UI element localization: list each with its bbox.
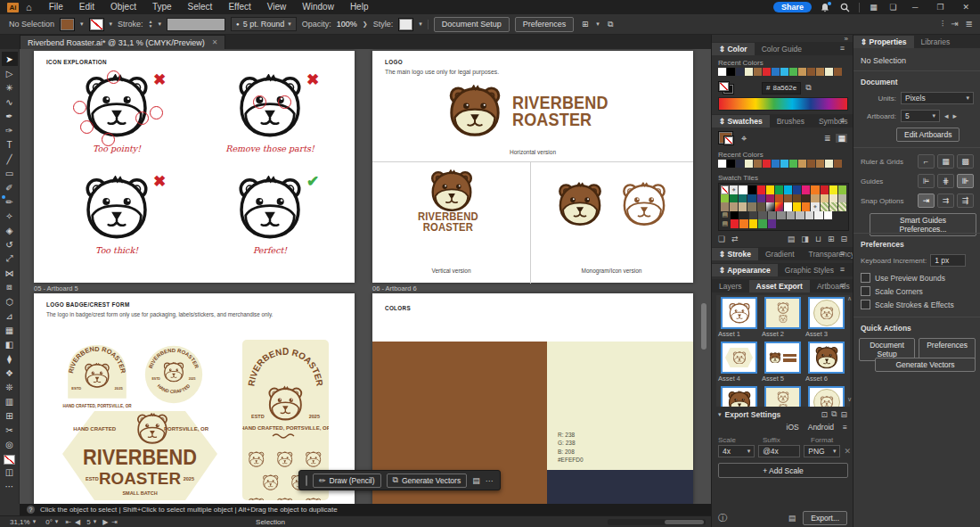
tool-eraser-icon[interactable]: ◈ xyxy=(2,223,18,237)
new-folder-icon[interactable]: ⊔ xyxy=(815,235,821,243)
swatch[interactable] xyxy=(784,194,792,203)
swatch[interactable] xyxy=(780,160,788,168)
snap-icon[interactable]: ⇥ xyxy=(951,19,958,29)
swatch[interactable] xyxy=(772,68,780,76)
swatch[interactable] xyxy=(757,202,765,211)
asset-item[interactable]: Asset 1 xyxy=(718,297,760,338)
swatch[interactable] xyxy=(721,185,729,194)
new-color-group-icon[interactable]: ▤ xyxy=(788,235,796,243)
next-artboard-icon[interactable]: ▶ xyxy=(102,518,108,526)
first-artboard-icon[interactable]: ⇤ xyxy=(65,518,71,526)
tool-free-transform-icon[interactable]: ⧈ xyxy=(2,280,18,294)
artboard-select[interactable]: 5▾ xyxy=(901,110,940,122)
swatch[interactable] xyxy=(777,211,786,220)
tool-width-icon[interactable]: ⋈ xyxy=(2,266,18,280)
bear-sketch[interactable] xyxy=(235,176,305,240)
swatch[interactable] xyxy=(802,185,810,194)
checkbox-scale-corners[interactable] xyxy=(861,286,870,296)
swatch[interactable] xyxy=(829,194,837,203)
opacity-expand-icon[interactable]: ❯ xyxy=(363,21,368,28)
swatch[interactable] xyxy=(757,194,765,203)
android-preset-link[interactable]: Android xyxy=(808,423,834,432)
tool-eyedropper-icon[interactable]: ⧫ xyxy=(2,351,18,366)
swatch[interactable] xyxy=(758,211,767,220)
swatch[interactable] xyxy=(793,202,801,211)
snap-to-pixel-icon[interactable]: ⇥ xyxy=(918,194,935,208)
swatch-group-folder-icon[interactable]: ▤ xyxy=(721,219,730,228)
tool-curvature-icon[interactable]: ✑ xyxy=(2,123,18,137)
swatch[interactable] xyxy=(766,202,774,211)
tab-brushes[interactable]: Brushes xyxy=(770,115,812,128)
swatch[interactable] xyxy=(718,68,726,76)
tab-color[interactable]: ⇕ Color xyxy=(712,43,755,55)
list-view-icon[interactable]: ≣ xyxy=(824,134,831,143)
tab-color-guide[interactable]: Color Guide xyxy=(755,43,809,55)
asset-item[interactable]: Asset 4 xyxy=(718,342,760,383)
swatch[interactable] xyxy=(834,68,842,76)
icon-sketch-4[interactable]: ✔ Perfect! xyxy=(203,176,337,270)
snap-to-glyph-icon[interactable]: ⇶ xyxy=(957,194,974,208)
tool-blend-icon[interactable]: ❖ xyxy=(2,366,18,380)
logo-vertical-cell[interactable]: RIVERBEND ROASTER Vertical version xyxy=(372,162,531,284)
swatch[interactable] xyxy=(721,194,729,203)
next-artboard-button[interactable]: ▸ xyxy=(953,111,958,120)
image-settings-icon[interactable]: ▤ xyxy=(472,476,480,485)
units-select[interactable]: Pixels▾ xyxy=(901,92,974,104)
registration-icon[interactable]: ⌖ xyxy=(741,133,747,144)
menu-effect[interactable]: Effect xyxy=(220,0,258,14)
swatch[interactable] xyxy=(754,68,762,76)
asset-thumb[interactable] xyxy=(808,342,845,374)
lock-guides-icon[interactable]: ⋕ xyxy=(937,174,954,188)
swatch[interactable] xyxy=(825,68,833,76)
swatch[interactable] xyxy=(793,185,801,194)
asset-item[interactable]: Asset 3 xyxy=(805,297,847,338)
bear-sketch[interactable] xyxy=(82,176,151,240)
menu-file[interactable]: File xyxy=(41,0,71,14)
tool-rotate-icon[interactable]: ↺ xyxy=(2,237,18,251)
tool-direct-selection-icon[interactable]: ▷ xyxy=(2,66,18,80)
grid-view-icon[interactable]: ▦ xyxy=(836,134,847,143)
tool-paintbrush-icon[interactable]: ✐ xyxy=(2,180,18,194)
close-document-icon[interactable]: ✕ xyxy=(212,38,218,46)
transparency-grid-icon[interactable]: ▩ xyxy=(957,154,974,169)
swatch-themes-icon[interactable]: ⇄ xyxy=(731,235,739,243)
swatch[interactable] xyxy=(748,185,756,194)
tool-line-segment-icon[interactable]: ╱ xyxy=(2,152,18,166)
launch-icon[interactable]: ⊡ xyxy=(821,410,828,419)
swatch[interactable] xyxy=(816,160,824,168)
show-kinds-icon[interactable]: ◨ xyxy=(801,235,809,243)
isolate-icon[interactable]: ⧉ xyxy=(605,19,617,30)
stroke-weight-stepper[interactable]: ▲▼ xyxy=(149,20,153,29)
asset-thumb[interactable] xyxy=(721,342,757,374)
swatch-libraries-icon[interactable]: ❏ xyxy=(718,235,725,243)
ios-preset-link[interactable]: iOS xyxy=(787,423,799,432)
tab-properties[interactable]: ⇕ Properties xyxy=(853,36,914,48)
swatch[interactable] xyxy=(745,160,753,168)
format-select[interactable]: PNG▾ xyxy=(804,445,840,457)
bear-sketch[interactable] xyxy=(235,74,305,138)
style-chip[interactable] xyxy=(398,18,413,31)
appearance-panel-menu-icon[interactable]: ≡ xyxy=(840,265,849,274)
minimize-button[interactable]: ─ xyxy=(907,3,923,12)
tool-graph-icon[interactable]: ▥ xyxy=(2,394,18,408)
swatch[interactable] xyxy=(739,202,747,211)
tab-layers[interactable]: Layers xyxy=(712,280,749,292)
tab-asset-export[interactable]: Asset Export xyxy=(749,280,810,292)
color-swatch-navy[interactable] xyxy=(547,470,693,504)
swatch[interactable] xyxy=(775,202,783,211)
asset-thumb[interactable] xyxy=(808,297,845,329)
swatch[interactable] xyxy=(821,194,829,203)
asset-item[interactable] xyxy=(762,386,804,407)
tab-libraries[interactable]: Libraries xyxy=(914,36,958,48)
swatch[interactable] xyxy=(747,194,755,203)
badge-circle[interactable]: RIVERBEND ROASTER ESTD 2025 HAND CRAFTED xyxy=(143,343,205,406)
swatch[interactable] xyxy=(749,211,758,220)
swatch[interactable] xyxy=(784,185,792,194)
swatch[interactable] xyxy=(824,211,833,220)
menu-type[interactable]: Type xyxy=(144,0,180,14)
swatch[interactable] xyxy=(838,202,846,211)
tool-rectangle-icon[interactable]: ▭ xyxy=(2,166,18,180)
swatch[interactable] xyxy=(768,219,777,228)
swatch[interactable] xyxy=(838,185,846,194)
asset-item[interactable] xyxy=(718,386,760,407)
